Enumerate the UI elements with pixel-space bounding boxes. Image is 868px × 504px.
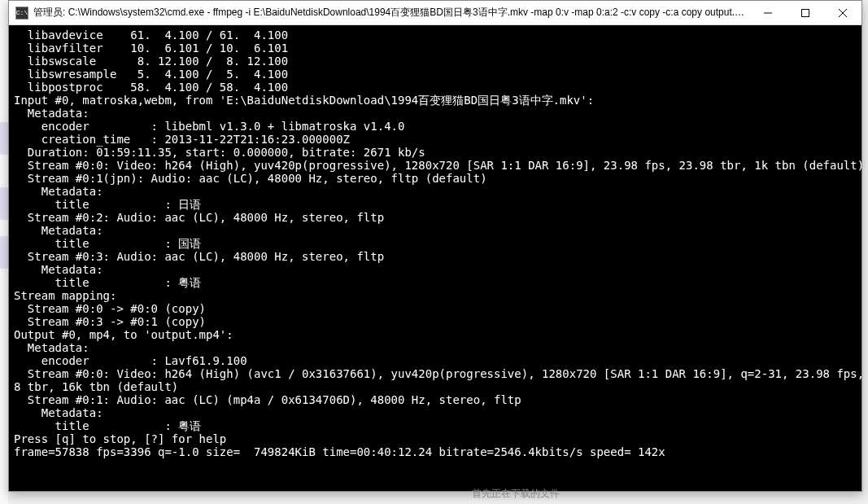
terminal-line: 8 tbr, 16k tbn (default): [14, 380, 857, 393]
svg-rect-1: [802, 9, 809, 16]
terminal-line: Metadata:: [14, 341, 857, 354]
taskbar-fragment: [0, 236, 8, 269]
terminal-line: libpostproc 58. 4.100 / 58. 4.100: [14, 81, 857, 94]
terminal-line: Metadata:: [14, 263, 857, 276]
terminal-line: libavfilter 10. 6.101 / 10. 6.101: [14, 42, 857, 55]
terminal-line: Metadata:: [14, 185, 857, 198]
terminal-line: creation_time : 2013-11-22T21:16:23.0000…: [14, 133, 857, 146]
terminal-line: libavdevice 61. 4.100 / 61. 4.100: [14, 28, 857, 42]
terminal-line: Stream #0:1(jpn): Audio: aac (LC), 48000…: [14, 172, 857, 185]
taskbar-fragment: [0, 122, 8, 155]
minimize-button[interactable]: [749, 1, 787, 24]
terminal-line: Stream mapping:: [14, 289, 857, 302]
terminal-line: Stream #0:0: Video: h264 (High) (avc1 / …: [14, 367, 857, 380]
terminal-line: Input #0, matroska,webm, from 'E:\BaiduN…: [14, 94, 857, 107]
terminal-line: Duration: 01:59:11.35, start: 0.000000, …: [14, 146, 857, 159]
terminal-line: title : 国语: [14, 237, 857, 250]
terminal-line: Stream #0:1: Audio: aac (LC) (mp4a / 0x6…: [14, 393, 857, 406]
terminal-line: title : 粤语: [14, 276, 857, 289]
terminal-line: Stream #0:3: Audio: aac (LC), 48000 Hz, …: [14, 250, 857, 263]
terminal-line: libswscale 8. 12.100 / 8. 12.100: [14, 55, 857, 68]
window-title: 管理员: C:\Windows\system32\cmd.exe - ffmpe…: [33, 6, 749, 20]
background-text: 首先正在下载的文件: [472, 487, 560, 501]
terminal-line: Stream #0:0: Video: h264 (High), yuv420p…: [14, 159, 857, 172]
terminal-line: Stream #0:2: Audio: aac (LC), 48000 Hz, …: [14, 211, 857, 224]
terminal-line: Metadata:: [14, 406, 857, 419]
terminal-line: title : 粤语: [14, 419, 857, 432]
titlebar[interactable]: C:\ 管理员: C:\Windows\system32\cmd.exe - f…: [9, 1, 861, 25]
terminal-line: Metadata:: [14, 224, 857, 237]
terminal-line: Metadata:: [14, 107, 857, 120]
terminal-line: Output #0, mp4, to 'output.mp4':: [14, 328, 857, 341]
taskbar-fragment: [0, 187, 8, 220]
terminal-line: encoder : libebml v1.3.0 + libmatroska v…: [14, 120, 857, 133]
terminal-line: Press [q] to stop, [?] for help: [14, 432, 857, 445]
terminal-line: Stream #0:3 -> #0:1 (copy): [14, 315, 857, 328]
cmd-icon: C:\: [15, 7, 28, 20]
close-button[interactable]: [824, 1, 861, 24]
terminal-output[interactable]: libavdevice 61. 4.100 / 61. 4.100 libavf…: [9, 25, 861, 491]
maximize-button[interactable]: [787, 1, 824, 24]
terminal-line: title : 日语: [14, 198, 857, 211]
window-controls: [749, 1, 861, 24]
terminal-line: Stream #0:0 -> #0:0 (copy): [14, 302, 857, 315]
terminal-line: libswresample 5. 4.100 / 5. 4.100: [14, 68, 857, 81]
terminal-line: encoder : Lavf61.9.100: [14, 354, 857, 367]
terminal-line: frame=57838 fps=3396 q=-1.0 size= 749824…: [14, 445, 857, 458]
cmd-window: C:\ 管理员: C:\Windows\system32\cmd.exe - f…: [8, 0, 862, 492]
